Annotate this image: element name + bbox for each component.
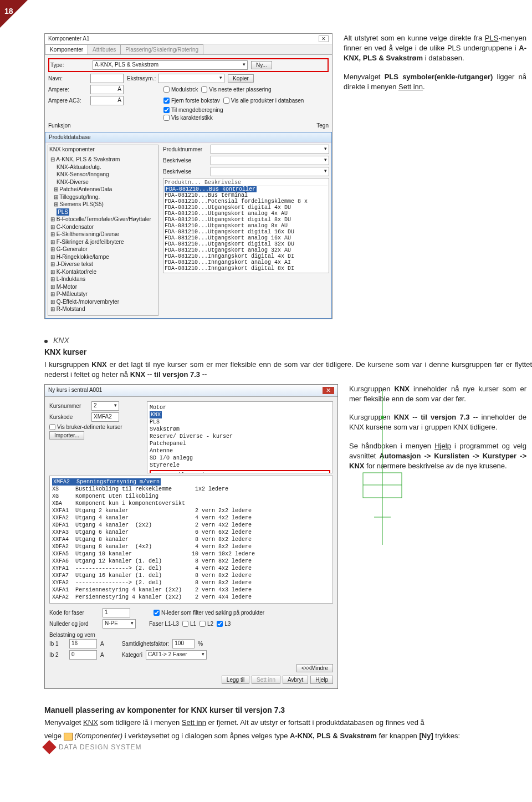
ekstrasym-label: Ekstrasym.: — [127, 75, 155, 81]
text-column-1: Alt utstyret som en kunne velge direkte … — [344, 33, 532, 319]
component-tree: ⊟ A-KNX, PLS & Svakstrøm KNX-Aktuator/ut… — [48, 154, 158, 315]
importer-button: Importer... — [49, 431, 84, 440]
funksjon-label: Funksjon — [48, 122, 71, 129]
nulleder-label: Nulleder og jord — [49, 621, 99, 627]
new-course-dialog-screenshot: Ny kurs i sentral A001 ✕ Kursnummer2 Kur… — [44, 384, 338, 689]
product-list-header: Produktn... Beskrivelse — [165, 180, 328, 186]
ampere-ac3-input: A — [90, 96, 124, 105]
bottom-para-2: velge (Komponenter) i verktøysettet og i… — [44, 731, 532, 741]
kurskode-label: Kurskode — [49, 414, 88, 420]
course-detail-list: XMFA2 Spenningsforsyning m/vernXS Bustil… — [49, 476, 333, 604]
page-number: 18 — [4, 7, 13, 16]
course-type-list: MotorKNXPLSSvakstrømReserve/ Diverse - k… — [147, 401, 333, 473]
knx-komponenter-label: KNX komponenter — [48, 145, 158, 154]
sett-inn-button: Sett inn — [252, 676, 280, 684]
produktnummer-dropdown — [211, 145, 329, 154]
produktnummer-label: Produktnummer — [163, 146, 207, 152]
samtid-input: 100 — [172, 639, 195, 648]
beskrivelse-dropdown — [211, 156, 329, 165]
ib2-input: 0 — [69, 650, 97, 660]
product-list: FDA-081210...Bus kontrollerFDA-081210...… — [165, 186, 328, 272]
ampere-input: A — [90, 85, 124, 94]
legg-til-button: Legg til — [222, 676, 249, 684]
close-icon: ✕ — [319, 35, 329, 42]
svg-point-1 — [381, 416, 384, 419]
kurskode-input: XMFA2 — [91, 412, 119, 422]
cb-nleder: N-leder som filter ved søking på produkt… — [154, 610, 264, 616]
belastning-label: Belastning og vern — [49, 632, 333, 638]
hjelp-button: Hjelp — [310, 676, 333, 684]
kategori-label: Kategori — [122, 652, 142, 658]
knx-kurser-heading: KNX kurser — [44, 348, 532, 356]
knx-bullet-heading: KNX — [44, 336, 532, 345]
circuit-diagram — [341, 390, 424, 545]
ib2-label: Ib 2 — [49, 652, 66, 658]
knx-intro-para: I kursgruppen KNX er det lagt til nye ku… — [44, 360, 532, 380]
manuell-heading: Manuell plassering av komponenter for KN… — [44, 706, 532, 714]
components-dialog-screenshot: Komponenter A1 ✕ Komponenter Attributes … — [44, 33, 332, 319]
productdb-title: Produktdatabase — [49, 134, 91, 140]
kode-faser-label: Kode for faser — [49, 610, 99, 616]
mindre-button: <<<Mindre — [296, 664, 333, 672]
kursnummer-label: Kursnummer — [49, 403, 88, 409]
type-label: Type: — [50, 62, 89, 68]
beskrivelse2-dropdown — [211, 167, 329, 176]
ny-button: Ny... — [251, 61, 272, 69]
nulleder-dropdown: N-PE — [103, 619, 136, 629]
kopier-button: Kopier — [228, 74, 254, 83]
cb-vis-bruker: Vis bruker-definerte kurser — [49, 424, 144, 430]
kode-faser-input: 1 — [103, 608, 130, 617]
cb-vis-kar: Vis karakteristikk — [163, 115, 213, 121]
ib1-input: 16 — [69, 639, 97, 648]
logo-cube-icon — [42, 740, 56, 754]
faser-label: Faser L1-L3 — [149, 621, 179, 627]
footer-logo: DATA DESIGN SYSTEM — [44, 742, 142, 752]
ampere-label: Ampere: — [48, 86, 87, 93]
navn-input — [90, 74, 124, 83]
tab-attributes: Attributes — [88, 44, 121, 54]
tegn-label: Tegn — [316, 122, 329, 129]
beskrivelse2-label: Beskrivelse — [163, 168, 207, 175]
cb-l3: L3 — [217, 621, 231, 627]
cb-til: Til mengdeberegning — [163, 107, 223, 113]
cb-l2: L2 — [200, 621, 213, 627]
navn-label: Navn: — [48, 75, 87, 81]
cb-modulstrck: Modulstrck — [163, 86, 198, 93]
dialog-title: Komponenter A1 — [48, 35, 90, 42]
beskrivelse-label: Beskrivelse — [163, 157, 207, 164]
ampere-ac3-label: Ampere AC3: — [48, 98, 87, 104]
cb-l1: L1 — [182, 621, 196, 627]
ib1-label: Ib 1 — [49, 641, 66, 647]
type-dropdown: A-KNX, PLS & Svakstrøm — [93, 60, 248, 70]
kursnummer-dropdown: 2 — [91, 401, 119, 411]
component-toolbar-icon — [64, 733, 73, 740]
cb-vis-alle: Vis alle produkter i databasen — [223, 98, 304, 104]
avbryt-button: Avbryt — [283, 676, 308, 684]
ekstrasym-dropdown — [158, 74, 224, 83]
tab-komponenter: Komponenter — [45, 44, 88, 54]
cb-fjern: Fjern forste bokstav — [163, 98, 220, 104]
footer-text: DATA DESIGN SYSTEM — [59, 743, 142, 751]
kategori-dropdown: CAT1-> 2 Faser — [146, 650, 207, 660]
samtid-label: Samtidighetsfaktor: — [122, 641, 170, 647]
dialog2-title: Ny kurs i sentral A001 — [48, 387, 102, 394]
close-icon: ✕ — [323, 387, 334, 394]
bottom-para-1: Menyvalget KNX som tidligere lå i menyen… — [44, 718, 532, 728]
bullet-icon — [44, 340, 48, 343]
cb-vis-neste: Vis neste etter plassering — [201, 86, 271, 93]
tab-plassering: Plassering/Skalering/Rotering — [120, 44, 203, 54]
